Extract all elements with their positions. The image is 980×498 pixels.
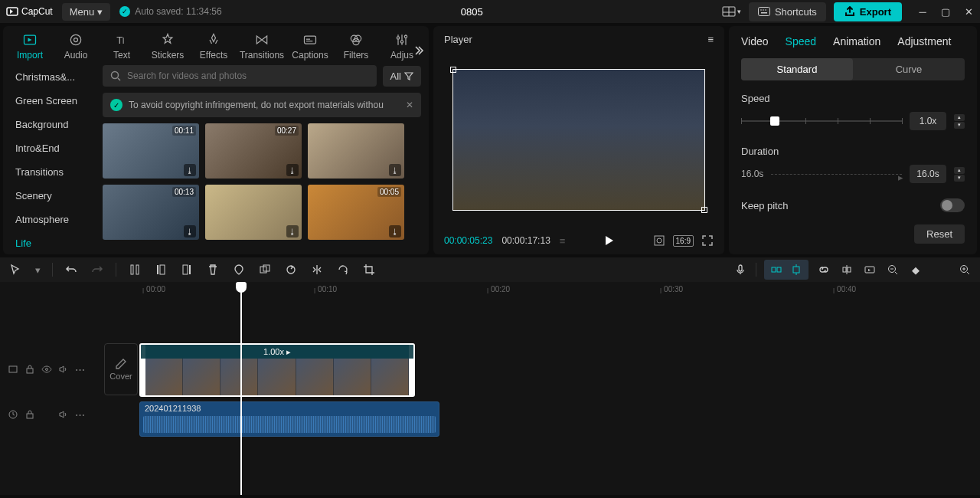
zoom-in-icon[interactable]: [957, 262, 972, 277]
menu-button[interactable]: Menu ▾: [62, 3, 111, 21]
link-icon[interactable]: [816, 262, 831, 277]
mic-icon[interactable]: [733, 262, 748, 277]
download-icon[interactable]: ⭳: [184, 225, 196, 238]
download-icon[interactable]: ⭳: [286, 225, 299, 238]
tab-transitions[interactable]: Transitions: [240, 31, 283, 62]
shortcuts-button[interactable]: Shortcuts: [749, 2, 826, 21]
selection-tool[interactable]: [8, 262, 23, 277]
prop-tab-video[interactable]: Video: [741, 35, 769, 48]
trim-right-tool[interactable]: [179, 262, 194, 277]
keep-pitch-toggle[interactable]: [940, 198, 965, 212]
preview-icon[interactable]: [862, 262, 877, 277]
lock-icon[interactable]: [24, 409, 35, 420]
speed-slider[interactable]: [741, 120, 902, 122]
player-viewport[interactable]: [452, 69, 705, 211]
subtab-standard[interactable]: Standard: [741, 58, 853, 80]
prop-tab-adjustment[interactable]: Adjustment: [897, 35, 951, 48]
list-icon[interactable]: ≡: [560, 235, 566, 247]
speed-value[interactable]: 1.0x: [910, 112, 946, 130]
tab-filters[interactable]: Filters: [337, 31, 375, 62]
duration-value[interactable]: 16.0s: [910, 165, 946, 183]
audio-clip[interactable]: 202401211938: [139, 401, 439, 437]
download-icon[interactable]: ⭳: [184, 164, 196, 176]
filter-all-button[interactable]: All: [383, 66, 421, 87]
download-icon[interactable]: ⭳: [389, 164, 401, 176]
undo-button[interactable]: [64, 262, 79, 277]
redo-button[interactable]: [90, 262, 105, 277]
track-settings-icon[interactable]: [8, 364, 18, 375]
zoom-out-icon[interactable]: [885, 262, 900, 277]
player-menu-icon[interactable]: ≡: [707, 34, 714, 45]
rotate-tool[interactable]: [335, 262, 351, 277]
tab-import[interactable]: Import: [11, 31, 49, 62]
tab-audio[interactable]: Audio: [57, 31, 95, 62]
play-button[interactable]: [603, 234, 615, 247]
chevron-down-icon[interactable]: ▾: [34, 262, 41, 277]
banner-close-icon[interactable]: ✕: [406, 100, 413, 110]
magnet-alt-icon[interactable]: [789, 262, 804, 277]
sidebar-item-transitions[interactable]: Transitions: [11, 160, 95, 184]
crop-tool[interactable]: [361, 262, 377, 277]
more-icon[interactable]: ⋯: [75, 409, 86, 420]
cover-button[interactable]: Cover: [104, 343, 138, 395]
prop-tab-speed[interactable]: Speed: [786, 35, 816, 48]
tab-stickers[interactable]: Stickers: [149, 31, 187, 62]
fullscreen-icon[interactable]: [701, 234, 714, 247]
duration-stepper[interactable]: ▴▾: [954, 167, 965, 182]
playhead[interactable]: [240, 283, 242, 495]
reset-button[interactable]: Reset: [914, 224, 965, 244]
maximize-button[interactable]: ▢: [940, 6, 951, 17]
download-icon[interactable]: ⭳: [389, 225, 401, 238]
subtab-curve[interactable]: Curve: [853, 58, 965, 80]
download-icon[interactable]: ⭳: [286, 164, 299, 176]
tab-text[interactable]: TIText: [103, 31, 141, 62]
magnet-main-icon[interactable]: [769, 262, 784, 277]
split-tool[interactable]: [127, 262, 142, 277]
media-thumb[interactable]: ⭳: [205, 185, 302, 240]
trim-left-tool[interactable]: [153, 262, 168, 277]
frames-tool[interactable]: [257, 262, 273, 277]
speed-stepper[interactable]: ▴▾: [954, 114, 965, 129]
media-thumb[interactable]: 00:11⭳: [103, 123, 199, 179]
sidebar-item-greenscreen[interactable]: Green Screen: [11, 89, 95, 113]
tabs-more-icon[interactable]: [412, 44, 424, 57]
timeline-ruler[interactable]: 00:00 00:10 00:20 00:30 00:40: [0, 282, 980, 300]
media-thumb[interactable]: 00:27⭳: [205, 123, 302, 179]
minimize-button[interactable]: ─: [917, 6, 928, 17]
layout-icon[interactable]: ▾: [722, 6, 741, 17]
clock-icon[interactable]: [8, 409, 18, 420]
sidebar-item-introend[interactable]: Intro&End: [11, 136, 95, 160]
align-icon[interactable]: [839, 262, 854, 277]
tab-captions[interactable]: Captions: [291, 31, 329, 62]
sidebar-item-background[interactable]: Background: [11, 113, 95, 136]
reverse-tool[interactable]: [283, 262, 299, 277]
media-thumb[interactable]: 00:05⭳: [308, 185, 404, 240]
video-clip[interactable]: 1.00x ▸: [139, 343, 415, 397]
speaker-icon[interactable]: [58, 364, 69, 375]
media-thumb[interactable]: 00:13⭳: [103, 185, 199, 240]
delete-tool[interactable]: [205, 262, 220, 277]
svg-rect-33: [160, 265, 165, 274]
sidebar-item-christmas[interactable]: Christmas&...: [11, 65, 95, 89]
search-box[interactable]: [103, 65, 377, 87]
more-icon[interactable]: ⋯: [75, 364, 86, 375]
prop-tab-animation[interactable]: Animation: [833, 35, 880, 48]
zoom-slider-knob[interactable]: ◆: [908, 262, 923, 277]
duration-track[interactable]: ▸: [771, 174, 902, 175]
mirror-tool[interactable]: [309, 262, 325, 277]
marker-tool[interactable]: [231, 262, 247, 277]
speaker-icon[interactable]: [58, 409, 69, 420]
close-button[interactable]: ✕: [963, 6, 974, 17]
eye-icon[interactable]: [41, 364, 52, 375]
media-thumb[interactable]: ⭳: [308, 123, 404, 179]
sidebar-item-atmosphere[interactable]: Atmosphere: [11, 208, 95, 231]
aspect-ratio-button[interactable]: 16:9: [673, 235, 694, 247]
search-input[interactable]: [127, 70, 369, 81]
sidebar-item-scenery[interactable]: Scenery: [11, 184, 95, 208]
timeline-tracks[interactable]: 1.00x ▸ 202401211938: [138, 300, 980, 495]
sidebar-item-life[interactable]: Life: [11, 231, 95, 254]
export-button[interactable]: Export: [834, 2, 902, 21]
lock-icon[interactable]: [24, 364, 35, 375]
tab-effects[interactable]: Effects: [194, 31, 233, 62]
scale-icon[interactable]: [653, 234, 665, 247]
